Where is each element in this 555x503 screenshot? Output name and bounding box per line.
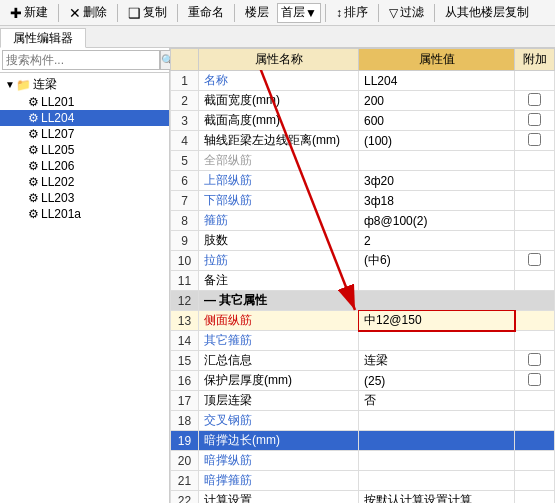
prop-attach[interactable]: [515, 131, 555, 151]
prop-value[interactable]: 200: [359, 91, 515, 111]
prop-value[interactable]: [359, 271, 515, 291]
prop-attach[interactable]: [515, 171, 555, 191]
prop-name[interactable]: 拉筋: [199, 251, 359, 271]
prop-name[interactable]: 暗撑箍筋: [199, 471, 359, 491]
tree-item-LL204[interactable]: ⚙ LL204: [0, 110, 169, 126]
tree-item-LL202[interactable]: ⚙ LL202: [0, 174, 169, 190]
floor-dropdown[interactable]: 首层 ▼: [277, 3, 321, 23]
sort-button[interactable]: ↕ 排序: [330, 1, 374, 24]
attach-checkbox[interactable]: [528, 133, 541, 146]
prop-value[interactable]: ф8@100(2): [359, 211, 515, 231]
prop-attach[interactable]: [515, 311, 555, 331]
attach-checkbox[interactable]: [528, 113, 541, 126]
tree-label-LL204: LL204: [41, 111, 74, 125]
prop-attach[interactable]: [515, 451, 555, 471]
copy-floor-button[interactable]: 从其他楼层复制: [439, 1, 535, 24]
prop-name[interactable]: 备注: [199, 271, 359, 291]
leaf-icon-LL206: ⚙: [28, 159, 39, 173]
table-row: 17顶层连梁否: [171, 391, 555, 411]
prop-name[interactable]: 暗撑纵筋: [199, 451, 359, 471]
prop-attach[interactable]: [515, 151, 555, 171]
new-button[interactable]: ✚ 新建: [4, 1, 54, 24]
prop-value[interactable]: [359, 471, 515, 491]
prop-attach[interactable]: [515, 491, 555, 504]
tree-item-LL207[interactable]: ⚙ LL207: [0, 126, 169, 142]
prop-attach[interactable]: [515, 231, 555, 251]
tree-item-LL203[interactable]: ⚙ LL203: [0, 190, 169, 206]
rename-button[interactable]: 重命名: [182, 1, 230, 24]
prop-value[interactable]: (100): [359, 131, 515, 151]
prop-attach[interactable]: [515, 351, 555, 371]
filter-label: 过滤: [400, 4, 424, 21]
tree-label-LL203: LL203: [41, 191, 74, 205]
prop-value[interactable]: [359, 331, 515, 351]
prop-value[interactable]: 否: [359, 391, 515, 411]
prop-value[interactable]: (25): [359, 371, 515, 391]
tree-item-LL205[interactable]: ⚙ LL205: [0, 142, 169, 158]
prop-name[interactable]: 计算设置: [199, 491, 359, 504]
prop-value[interactable]: 连梁: [359, 351, 515, 371]
prop-name[interactable]: 交叉钢筋: [199, 411, 359, 431]
prop-value[interactable]: 2: [359, 231, 515, 251]
prop-attach[interactable]: [515, 271, 555, 291]
prop-name[interactable]: 截面高度(mm): [199, 111, 359, 131]
attach-checkbox[interactable]: [528, 353, 541, 366]
prop-attach[interactable]: [515, 111, 555, 131]
prop-attach[interactable]: [515, 91, 555, 111]
prop-attach[interactable]: [515, 211, 555, 231]
prop-value[interactable]: [359, 431, 515, 451]
prop-value[interactable]: 中12@150: [359, 311, 515, 331]
prop-name[interactable]: 顶层连梁: [199, 391, 359, 411]
attach-checkbox[interactable]: [528, 253, 541, 266]
prop-value[interactable]: 按默认计算设置计算: [359, 491, 515, 504]
prop-attach[interactable]: [515, 411, 555, 431]
prop-name[interactable]: 名称: [199, 71, 359, 91]
prop-name[interactable]: 保护层厚度(mm): [199, 371, 359, 391]
prop-name[interactable]: 其它箍筋: [199, 331, 359, 351]
tree-root[interactable]: ▼ 📁 连梁: [0, 75, 169, 94]
prop-attach[interactable]: [515, 371, 555, 391]
prop-name[interactable]: 上部纵筋: [199, 171, 359, 191]
prop-name[interactable]: — 其它属性: [199, 291, 555, 311]
filter-button[interactable]: ▽ 过滤: [383, 1, 430, 24]
prop-value[interactable]: [359, 151, 515, 171]
search-input[interactable]: [2, 50, 160, 70]
expand-icon[interactable]: ▼: [4, 79, 16, 90]
prop-value[interactable]: [359, 411, 515, 431]
attach-checkbox[interactable]: [528, 93, 541, 106]
prop-value[interactable]: (中6): [359, 251, 515, 271]
prop-name[interactable]: 暗撑边长(mm): [199, 431, 359, 451]
table-row: 15汇总信息连梁: [171, 351, 555, 371]
prop-value[interactable]: LL204: [359, 71, 515, 91]
prop-attach[interactable]: [515, 251, 555, 271]
floor-label: 楼层: [245, 4, 269, 21]
prop-attach[interactable]: [515, 471, 555, 491]
tree-item-LL201[interactable]: ⚙ LL201: [0, 94, 169, 110]
prop-attach[interactable]: [515, 391, 555, 411]
prop-value[interactable]: 3ф20: [359, 171, 515, 191]
prop-name[interactable]: 侧面纵筋: [199, 311, 359, 331]
prop-name[interactable]: 肢数: [199, 231, 359, 251]
prop-name[interactable]: 截面宽度(mm): [199, 91, 359, 111]
prop-name[interactable]: 汇总信息: [199, 351, 359, 371]
tree-item-LL201a[interactable]: ⚙ LL201a: [0, 206, 169, 222]
prop-value[interactable]: 3ф18: [359, 191, 515, 211]
prop-attach[interactable]: [515, 71, 555, 91]
prop-attach[interactable]: [515, 331, 555, 351]
prop-name[interactable]: 下部纵筋: [199, 191, 359, 211]
tab-property-editor-label: 属性编辑器: [13, 30, 73, 47]
prop-value[interactable]: 600: [359, 111, 515, 131]
copy-button[interactable]: ❑ 复制: [122, 1, 173, 24]
attach-checkbox[interactable]: [528, 373, 541, 386]
prop-attach[interactable]: [515, 191, 555, 211]
delete-button[interactable]: ✕ 删除: [63, 1, 113, 24]
prop-name[interactable]: 轴线距梁左边线距离(mm): [199, 131, 359, 151]
tree-item-LL206[interactable]: ⚙ LL206: [0, 158, 169, 174]
prop-attach[interactable]: [515, 431, 555, 451]
tab-property-editor[interactable]: 属性编辑器: [0, 28, 86, 48]
row-number: 4: [171, 131, 199, 151]
prop-name[interactable]: 箍筋: [199, 211, 359, 231]
prop-name[interactable]: 全部纵筋: [199, 151, 359, 171]
prop-value[interactable]: [359, 451, 515, 471]
floor-button[interactable]: 楼层: [239, 1, 275, 24]
